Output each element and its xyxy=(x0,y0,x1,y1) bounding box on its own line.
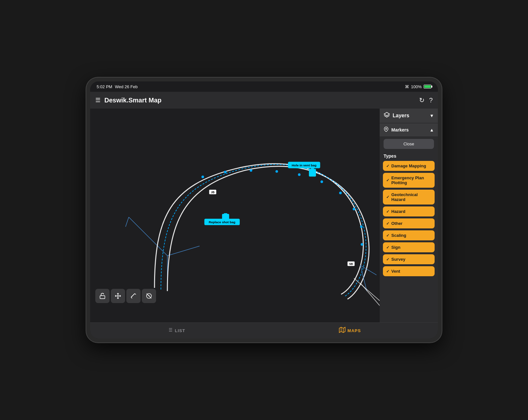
check-icon: ✓ xyxy=(386,178,389,183)
check-icon: ✓ xyxy=(386,164,389,168)
svg-line-36 xyxy=(135,294,136,295)
markers-header[interactable]: Markers ▲ xyxy=(380,123,438,136)
type-name: Sign xyxy=(391,245,400,250)
type-hazard[interactable]: ✓ Hazard xyxy=(383,206,435,216)
type-name: Survey xyxy=(391,257,405,262)
app-title: Deswik.Smart Map xyxy=(104,97,419,104)
layers-stack-icon xyxy=(384,112,390,120)
layers-label: Layers xyxy=(393,113,427,119)
svg-point-11 xyxy=(339,192,342,194)
type-other[interactable]: ✓ Other xyxy=(383,218,435,228)
move-button[interactable] xyxy=(111,289,125,303)
status-date: Wed 26 Feb xyxy=(115,84,138,89)
type-name: Geotechnical Hazard xyxy=(391,192,431,202)
map-area[interactable]: Hole in vent bag Replace shot bag JB 5B xyxy=(90,109,380,322)
svg-point-44 xyxy=(385,128,387,130)
battery-percent: 100% xyxy=(411,84,422,89)
type-scaling[interactable]: ✓ Scaling xyxy=(383,230,435,240)
check-icon: ✓ xyxy=(386,195,389,199)
svg-rect-0 xyxy=(90,121,380,310)
svg-line-39 xyxy=(134,294,135,294)
measure-button[interactable] xyxy=(126,289,141,303)
type-damage-mapping[interactable]: ✓ Damage Mapping xyxy=(383,161,435,171)
svg-point-6 xyxy=(224,171,227,173)
battery-icon xyxy=(424,85,431,89)
device-screen: 5:02 PM Wed 26 Feb ⌘ 100% ☰ Deswik.Smart… xyxy=(90,81,438,339)
markers-label: Markers xyxy=(391,127,427,132)
type-name: Emergency Plan Plotting xyxy=(391,175,431,185)
menu-icon[interactable]: ☰ xyxy=(95,97,100,104)
map-toolbar xyxy=(95,289,156,303)
pointer-off-button[interactable] xyxy=(142,289,156,303)
svg-rect-20 xyxy=(311,168,314,170)
type-name: Hazard xyxy=(391,209,405,214)
status-time: 5:02 PM xyxy=(97,84,112,89)
nav-bar: ☰ Deswik.Smart Map ↻ ? xyxy=(90,92,438,109)
check-icon: ✓ xyxy=(386,257,389,262)
svg-point-7 xyxy=(250,169,252,172)
check-icon: ✓ xyxy=(386,233,389,238)
check-icon: ✓ xyxy=(386,269,389,274)
svg-rect-19 xyxy=(309,169,316,177)
check-icon: ✓ xyxy=(386,209,389,214)
svg-point-13 xyxy=(360,226,363,228)
svg-rect-32 xyxy=(100,296,105,299)
type-survey[interactable]: ✓ Survey xyxy=(383,254,435,264)
status-bar: 5:02 PM Wed 26 Feb ⌘ 100% xyxy=(90,81,438,92)
type-vent[interactable]: ✓ Vent xyxy=(383,266,435,276)
type-emergency-plan-plotting[interactable]: ✓ Emergency Plan Plotting xyxy=(383,173,435,188)
svg-point-14 xyxy=(361,243,363,246)
markers-chevron-up-icon: ▲ xyxy=(429,127,434,132)
svg-point-8 xyxy=(275,170,278,173)
svg-text:5B: 5B xyxy=(349,262,353,266)
type-name: Scaling xyxy=(391,233,406,238)
svg-point-5 xyxy=(201,176,204,178)
type-name: Damage Mapping xyxy=(391,163,426,168)
svg-rect-25 xyxy=(224,213,227,215)
list-icon xyxy=(167,327,173,334)
refresh-button[interactable]: ↻ xyxy=(419,97,425,103)
svg-point-12 xyxy=(353,208,355,210)
help-button[interactable]: ? xyxy=(429,97,433,103)
close-button[interactable]: Close xyxy=(384,139,434,149)
layers-chevron-down-icon: ▼ xyxy=(429,113,434,118)
wifi-icon: ⌘ xyxy=(405,84,409,89)
tab-maps[interactable]: MAPS xyxy=(333,324,367,337)
right-panel: Layers ▼ Markers ▲ Close xyxy=(380,109,438,322)
maps-icon xyxy=(339,327,345,335)
type-name: Vent xyxy=(391,269,400,274)
svg-line-38 xyxy=(133,295,134,295)
svg-line-40 xyxy=(131,297,132,297)
type-geotechnical-hazard[interactable]: ✓ Geotechnical Hazard xyxy=(383,190,435,205)
svg-marker-43 xyxy=(384,112,390,116)
svg-marker-51 xyxy=(339,327,345,333)
lock-button[interactable] xyxy=(95,289,110,303)
svg-line-35 xyxy=(131,297,132,298)
device-frame: 5:02 PM Wed 26 Feb ⌘ 100% ☰ Deswik.Smart… xyxy=(86,78,442,342)
svg-text:Replace shot bag: Replace shot bag xyxy=(209,220,235,224)
tab-bar: LIST MAPS xyxy=(90,322,438,339)
types-label: Types xyxy=(380,152,438,160)
maps-tab-label: MAPS xyxy=(347,328,361,333)
svg-text:JB: JB xyxy=(211,191,215,194)
type-sign[interactable]: ✓ Sign xyxy=(383,242,435,252)
layers-header[interactable]: Layers ▼ xyxy=(380,109,438,123)
svg-point-10 xyxy=(321,180,323,183)
svg-point-9 xyxy=(298,173,301,176)
check-icon: ✓ xyxy=(386,221,389,226)
markers-pin-icon xyxy=(384,127,389,133)
svg-text:Hole in vent bag: Hole in vent bag xyxy=(292,163,317,167)
svg-line-37 xyxy=(132,296,133,296)
main-content: Hole in vent bag Replace shot bag JB 5B xyxy=(90,109,438,322)
type-name: Other xyxy=(391,221,403,226)
check-icon: ✓ xyxy=(386,245,389,250)
list-tab-label: LIST xyxy=(175,328,185,333)
tab-list[interactable]: LIST xyxy=(161,324,192,337)
